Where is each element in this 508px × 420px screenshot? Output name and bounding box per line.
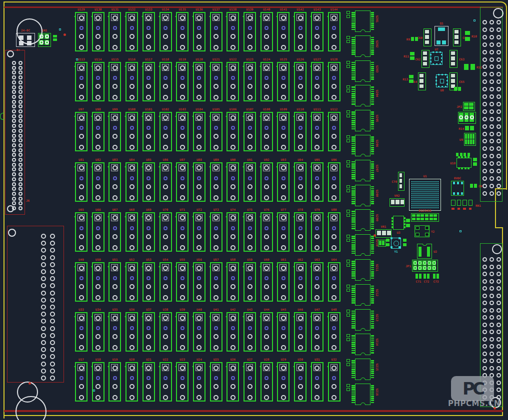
pad-pin1 bbox=[314, 316, 320, 321]
ic-pin bbox=[371, 201, 374, 202]
cap3-body bbox=[422, 50, 430, 68]
right-connector-2-pad bbox=[490, 279, 494, 284]
ic-pin bbox=[371, 342, 374, 343]
pin bbox=[453, 182, 455, 184]
cap-pad bbox=[346, 214, 350, 217]
right-connector-1-pad bbox=[496, 132, 501, 136]
pad-hole bbox=[96, 84, 100, 89]
right-connector-2-pad bbox=[482, 272, 487, 276]
left-connector-2-pad bbox=[41, 255, 46, 260]
socket-designator: U84 bbox=[124, 158, 140, 161]
pad-blue bbox=[298, 76, 302, 80]
ic-pin bbox=[352, 103, 355, 105]
socket-designator: U90 bbox=[224, 158, 241, 161]
ic-pin bbox=[352, 387, 355, 389]
left-connector-1-pad bbox=[18, 148, 22, 152]
ic-pin bbox=[352, 265, 355, 266]
socket-component bbox=[142, 212, 155, 252]
pin bbox=[468, 156, 470, 158]
socket-designator: U81 bbox=[73, 158, 90, 161]
pad-pin1 bbox=[180, 115, 185, 120]
left-connector-2-pad bbox=[50, 262, 55, 267]
right-connector-1-pad bbox=[496, 184, 501, 188]
pad-hole bbox=[281, 334, 286, 339]
socket-designator: U17 bbox=[73, 358, 90, 361]
pad-hole bbox=[248, 334, 252, 339]
left-connector-1-pad bbox=[18, 134, 22, 138]
pad bbox=[418, 247, 422, 249]
socket-designator: U21 bbox=[140, 358, 157, 361]
pad-hole bbox=[230, 395, 236, 400]
pad-blue bbox=[146, 226, 150, 230]
pad-hole bbox=[196, 195, 202, 200]
pad-blue bbox=[96, 376, 100, 380]
ic-pin bbox=[352, 294, 355, 296]
header-pad bbox=[428, 266, 432, 270]
pad-blue bbox=[113, 276, 117, 280]
ic-pin bbox=[371, 45, 374, 47]
socket-designator: U27 bbox=[242, 358, 258, 361]
socket-designator: U39 bbox=[174, 308, 190, 311]
socket-designator: U40 bbox=[191, 308, 208, 311]
ic-pin bbox=[352, 323, 355, 325]
pad-hole bbox=[298, 195, 303, 200]
watermark-logo: PC bbox=[451, 376, 494, 401]
pad-hole bbox=[196, 245, 202, 250]
ic-pin bbox=[352, 273, 355, 275]
pad-hole bbox=[130, 134, 134, 139]
pad-pin1 bbox=[112, 316, 118, 321]
right-connector-2-pad bbox=[482, 265, 487, 269]
ic-pin bbox=[352, 62, 355, 63]
socket-component bbox=[294, 112, 306, 151]
pin bbox=[392, 217, 394, 219]
pad-hole bbox=[79, 234, 84, 239]
ic-pin bbox=[371, 16, 374, 17]
socket-designator: U78 bbox=[292, 208, 308, 211]
ic-notch bbox=[360, 378, 366, 380]
pad-blue bbox=[180, 126, 184, 130]
pad-hole bbox=[79, 145, 84, 150]
ic-pin bbox=[371, 300, 374, 302]
pad-hole bbox=[180, 145, 185, 150]
pad-pin1 bbox=[264, 15, 269, 20]
ic-pin bbox=[352, 300, 355, 302]
ic-pin bbox=[352, 70, 355, 71]
right-connector-1-pad bbox=[490, 184, 494, 188]
bga-ball-array bbox=[411, 181, 440, 209]
ic-pin bbox=[371, 188, 374, 190]
cap-pad bbox=[346, 363, 350, 366]
ic-pin bbox=[371, 138, 374, 140]
pad-hole bbox=[96, 295, 100, 300]
left-connector-2-pad bbox=[50, 340, 55, 345]
pad-pin1 bbox=[112, 266, 118, 271]
header-pad bbox=[416, 218, 420, 220]
socket-designator: U94 bbox=[292, 158, 308, 161]
socket-component bbox=[294, 62, 306, 101]
pad-hole bbox=[248, 34, 252, 39]
cap-pad bbox=[346, 314, 350, 317]
ic-pin bbox=[371, 163, 374, 165]
pad-blue bbox=[146, 326, 150, 330]
ic-body bbox=[355, 85, 370, 106]
right-connector-1-pad bbox=[496, 35, 501, 39]
ic-notch bbox=[360, 278, 366, 281]
pad-blue bbox=[332, 26, 336, 30]
header-pad bbox=[472, 139, 474, 144]
component-designator: RN1 bbox=[476, 204, 481, 207]
pad-hole bbox=[112, 84, 118, 89]
pad bbox=[451, 200, 456, 206]
ic-pin bbox=[371, 375, 374, 377]
pad-hole bbox=[96, 195, 100, 200]
pad-hole bbox=[163, 34, 168, 39]
pad-blue bbox=[113, 376, 117, 380]
pad bbox=[442, 86, 443, 87]
socket-designator: U73 bbox=[208, 208, 224, 211]
cap-pad bbox=[346, 36, 350, 39]
pad-hole bbox=[281, 184, 286, 189]
ic-pin bbox=[352, 49, 355, 51]
socket-component bbox=[328, 212, 340, 252]
ic-pin bbox=[352, 244, 355, 246]
pad-pin1 bbox=[264, 316, 269, 321]
pad-hole bbox=[79, 395, 84, 400]
pad-blue bbox=[197, 226, 201, 230]
